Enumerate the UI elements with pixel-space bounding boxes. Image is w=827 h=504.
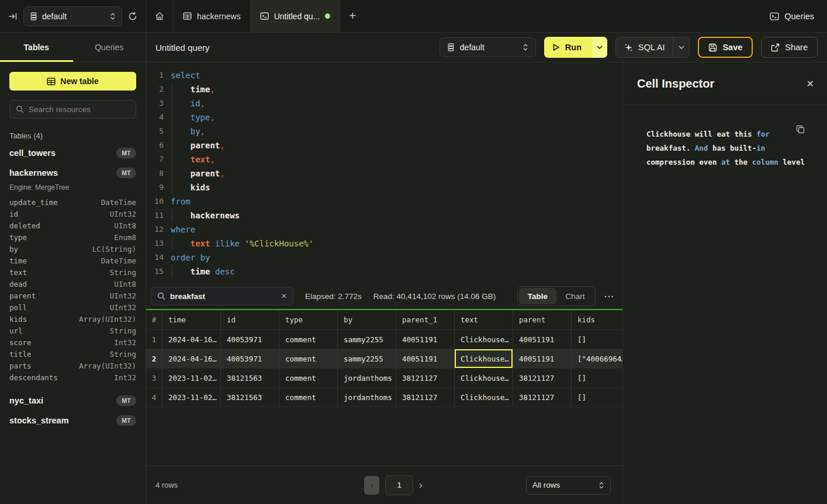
table-cell[interactable]: sammy2255 bbox=[338, 349, 396, 368]
column-type: String bbox=[110, 326, 136, 335]
column-header-kids[interactable]: kids bbox=[572, 310, 622, 329]
column-header-id[interactable]: id bbox=[221, 310, 279, 329]
add-tab-button[interactable]: + bbox=[340, 0, 365, 32]
share-button[interactable]: Share bbox=[761, 37, 818, 58]
column-header-text[interactable]: text bbox=[455, 310, 513, 329]
page-number[interactable]: 1 bbox=[385, 475, 413, 495]
column-header-time[interactable]: time bbox=[162, 310, 221, 329]
database-selector[interactable]: default bbox=[23, 6, 122, 26]
table-cell[interactable]: comment bbox=[279, 330, 338, 349]
table-cell[interactable]: 2023-11-02… bbox=[162, 388, 221, 406]
run-dropdown-caret[interactable] bbox=[592, 37, 607, 58]
table-cell[interactable]: 40051191 bbox=[513, 349, 572, 368]
table-row[interactable]: 12024-04-16…40053971commentsammy22554005… bbox=[146, 330, 622, 349]
page-size-selector[interactable]: All rows bbox=[526, 476, 611, 495]
queries-button[interactable]: Queries bbox=[770, 12, 814, 21]
table-cell[interactable]: 38121127 bbox=[513, 388, 572, 406]
table-cell[interactable]: [] bbox=[572, 369, 622, 387]
sidebar-table-hackernews[interactable]: hackernewsMT bbox=[9, 162, 136, 182]
new-table-button[interactable]: New table bbox=[9, 72, 136, 91]
sidebar-table-cell_towers[interactable]: cell_towersMT bbox=[9, 142, 136, 162]
next-page-button[interactable]: › bbox=[419, 480, 422, 491]
table-cell[interactable]: Clickhouse… bbox=[455, 369, 513, 387]
code-line: 9 kids bbox=[151, 180, 622, 194]
run-button[interactable]: Run bbox=[544, 37, 607, 58]
table-cell[interactable]: 40051191 bbox=[513, 330, 572, 349]
table-cell[interactable]: 38121127 bbox=[396, 388, 455, 406]
column-row: timeDateTime bbox=[9, 255, 136, 266]
table-cell[interactable]: 2023-11-02… bbox=[162, 369, 221, 387]
sql-editor[interactable]: 1select2 time,3 id,4 type,5 by,6 parent,… bbox=[146, 62, 622, 283]
table-cell[interactable]: [] bbox=[572, 330, 622, 349]
table-cell[interactable]: 40051191 bbox=[396, 330, 455, 349]
column-header-parent[interactable]: parent bbox=[513, 310, 572, 329]
table-cell[interactable]: 38121563 bbox=[221, 388, 279, 406]
table-cell[interactable]: 40053971 bbox=[221, 349, 279, 368]
more-options-icon[interactable]: ⋯ bbox=[604, 290, 614, 303]
table-cell[interactable]: 38121563 bbox=[221, 369, 279, 387]
column-header-by[interactable]: by bbox=[338, 310, 396, 329]
sql-ai-button[interactable]: SQL AI bbox=[615, 37, 690, 58]
table-cell[interactable]: Clickhouse… bbox=[455, 330, 513, 349]
tab-untitled-query[interactable]: Untitled qu... bbox=[251, 0, 341, 32]
table-cell[interactable]: comment bbox=[279, 369, 338, 387]
view-toggle-table[interactable]: Table bbox=[519, 288, 556, 304]
line-number: 6 bbox=[151, 138, 164, 152]
results-search[interactable]: ✕ bbox=[151, 287, 293, 305]
table-cell[interactable]: 38121127 bbox=[513, 369, 572, 387]
table-cell[interactable]: 40051191 bbox=[396, 349, 455, 368]
tab-home[interactable] bbox=[146, 0, 174, 32]
results-table-header: #timeidtypebyparent_1textparentkids bbox=[146, 310, 622, 330]
table-cell[interactable]: 38121127 bbox=[396, 369, 455, 387]
table-cell[interactable]: 2024-04-16… bbox=[162, 330, 221, 349]
table-cell[interactable]: Clickhouse… bbox=[455, 349, 513, 368]
tab-label: Untitled qu... bbox=[274, 12, 320, 21]
column-header-type[interactable]: type bbox=[279, 310, 338, 329]
copy-icon[interactable] bbox=[796, 125, 805, 134]
column-row: deletedUInt8 bbox=[9, 220, 136, 231]
sql-ai-dropdown-caret[interactable] bbox=[673, 37, 689, 57]
table-cell[interactable]: comment bbox=[279, 388, 338, 406]
sidebar-table-nyc_taxi[interactable]: nyc_taxiMT bbox=[9, 390, 136, 410]
table-cell[interactable]: ["40066964… bbox=[572, 349, 622, 368]
tabbar-spacer bbox=[365, 0, 770, 32]
results-search-input[interactable] bbox=[170, 292, 276, 301]
code-line: 10from bbox=[151, 194, 622, 208]
query-database-value: default bbox=[460, 43, 485, 52]
table-row[interactable]: 22024-04-16…40053971commentsammy22554005… bbox=[146, 349, 622, 369]
clear-search-icon[interactable]: ✕ bbox=[281, 292, 287, 300]
refresh-icon[interactable] bbox=[128, 12, 137, 21]
line-number: 4 bbox=[151, 110, 164, 124]
close-icon[interactable]: ✕ bbox=[807, 78, 814, 89]
table-cell[interactable]: Clickhouse… bbox=[455, 388, 513, 406]
view-toggle-chart[interactable]: Chart bbox=[556, 288, 594, 304]
database-icon bbox=[30, 12, 37, 20]
table-row[interactable]: 32023-11-02…38121563commentjordanthoms38… bbox=[146, 369, 622, 388]
sidebar-search[interactable] bbox=[9, 100, 136, 119]
query-database-selector[interactable]: default bbox=[440, 37, 536, 57]
table-cell[interactable]: [] bbox=[572, 388, 622, 406]
column-header-#[interactable]: # bbox=[146, 310, 162, 329]
database-icon bbox=[447, 43, 455, 51]
line-number: 14 bbox=[151, 251, 164, 265]
collapse-sidebar-icon[interactable] bbox=[8, 12, 18, 20]
table-cell[interactable]: 2024-04-16… bbox=[162, 349, 221, 368]
sidebar-table-stocks_stream[interactable]: stocks_streamMT bbox=[9, 410, 136, 430]
sidebar-search-input[interactable] bbox=[29, 105, 130, 114]
table-cell[interactable]: jordanthoms bbox=[338, 388, 396, 406]
code-text: by, bbox=[171, 124, 205, 138]
column-header-parent_1[interactable]: parent_1 bbox=[396, 310, 455, 329]
sidebar-tab-tables[interactable]: Tables bbox=[0, 33, 73, 61]
save-button[interactable]: Save bbox=[698, 37, 753, 58]
table-cell[interactable]: 40053971 bbox=[221, 330, 279, 349]
tab-hackernews[interactable]: hackernews bbox=[174, 0, 251, 32]
table-cell[interactable]: jordanthoms bbox=[338, 369, 396, 387]
column-type: LC(String) bbox=[92, 245, 136, 253]
prev-page-button[interactable]: ‹ bbox=[364, 476, 379, 495]
table-cell[interactable]: sammy2255 bbox=[338, 330, 396, 349]
sidebar-tab-queries[interactable]: Queries bbox=[73, 33, 146, 61]
new-table-label: New table bbox=[60, 77, 98, 86]
indent-guide bbox=[172, 97, 172, 110]
table-row[interactable]: 42023-11-02…38121563commentjordanthoms38… bbox=[146, 388, 622, 407]
table-cell[interactable]: comment bbox=[279, 349, 338, 368]
